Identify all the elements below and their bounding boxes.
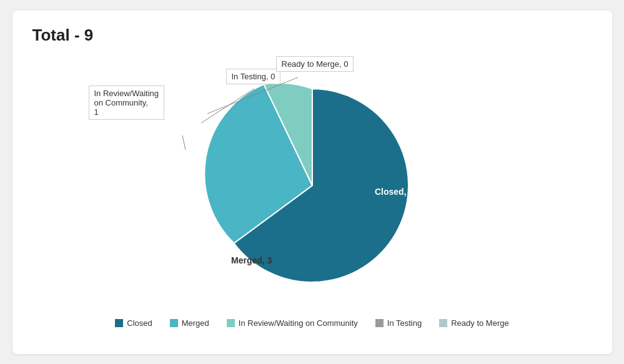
legend-item-intesting: In Testing [375,318,422,328]
pie-chart: Closed, 5 Merged, 3 [169,64,456,301]
legend-item-readytomerge: Ready to Merge [439,318,509,328]
legend-item-merged: Merged [170,318,209,328]
legend-swatch-closed [115,319,123,327]
label-merged: Merged, 3 [231,255,272,265]
legend-item-inreview: In Review/Waiting on Community [227,318,358,328]
label-closed: Closed, 5 [375,187,414,197]
legend-swatch-intesting [375,319,384,327]
legend-label-closed: Closed [127,318,152,328]
chart-card: Total - 9 Closed, 5 Merged, 3 In Review/… [12,11,612,354]
legend-swatch-merged [170,319,178,327]
legend-label-merged: Merged [182,318,209,328]
legend-label-intesting: In Testing [387,318,422,328]
legend-swatch-readytomerge [439,319,447,327]
legend-label-inreview: In Review/Waiting on Community [239,318,358,328]
legend-label-readytomerge: Ready to Merge [451,318,509,328]
chart-area: Closed, 5 Merged, 3 In Review/Waitingon … [32,51,592,313]
chart-legend: Closed Merged In Review/Waiting on Commu… [32,318,592,328]
legend-item-closed: Closed [115,318,152,328]
chart-title: Total - 9 [32,26,592,45]
legend-swatch-inreview [227,319,235,327]
tooltip-inreview: In Review/Waitingon Community,1 [89,86,165,120]
